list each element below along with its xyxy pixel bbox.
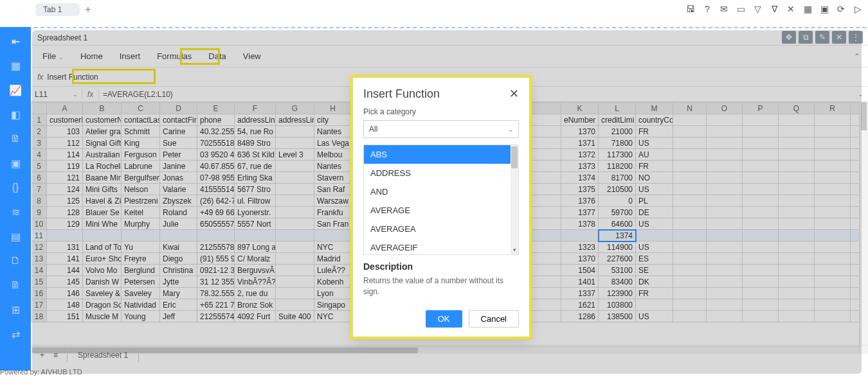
cell[interactable]: Christina bbox=[160, 265, 197, 276]
cell[interactable] bbox=[276, 276, 314, 288]
play-icon[interactable]: ▷ bbox=[853, 4, 863, 14]
rail-widget-icon[interactable]: ◧ bbox=[9, 108, 22, 121]
cell[interactable]: 114900 bbox=[599, 241, 636, 253]
filter-icon[interactable]: ▽ bbox=[752, 4, 763, 14]
cell[interactable] bbox=[779, 253, 815, 265]
funnel-icon[interactable]: ∇ bbox=[769, 4, 779, 14]
cell[interactable] bbox=[707, 218, 743, 230]
category-select[interactable]: All ⌄ bbox=[363, 120, 519, 138]
column-header[interactable]: Q bbox=[779, 103, 815, 114]
cell[interactable]: Volvo Mo bbox=[83, 265, 122, 276]
cell[interactable] bbox=[707, 276, 743, 288]
cell[interactable]: 5677 Stro bbox=[235, 184, 276, 195]
cell[interactable] bbox=[815, 241, 851, 253]
cell[interactable] bbox=[743, 288, 779, 299]
rail-tree-icon[interactable]: ⊞ bbox=[9, 303, 22, 316]
column-header[interactable]: G bbox=[276, 103, 314, 114]
vertical-scrollbar[interactable] bbox=[859, 102, 868, 354]
cell[interactable]: Dragon So bbox=[83, 299, 122, 311]
cell[interactable]: 148 bbox=[47, 299, 83, 311]
cell[interactable]: contactFir bbox=[160, 114, 197, 126]
cell[interactable]: Diego bbox=[160, 253, 197, 265]
settings-icon[interactable]: ✕ bbox=[832, 31, 846, 44]
cell[interactable]: city bbox=[314, 114, 352, 126]
cell[interactable]: 117300 bbox=[599, 149, 636, 161]
cell[interactable] bbox=[779, 288, 815, 299]
cell[interactable]: Blauer Se bbox=[83, 207, 122, 218]
cell[interactable] bbox=[561, 230, 599, 241]
cell[interactable]: 145 bbox=[47, 276, 83, 288]
cell[interactable] bbox=[779, 114, 815, 126]
cell[interactable]: Singapo bbox=[314, 299, 352, 311]
cell[interactable] bbox=[673, 137, 707, 149]
cell[interactable]: 07-98 955 bbox=[197, 172, 235, 184]
cell[interactable] bbox=[673, 288, 707, 299]
cell[interactable]: BerguvsvÃ bbox=[235, 265, 276, 276]
cell[interactable] bbox=[743, 265, 779, 276]
row-header[interactable]: 10 bbox=[32, 218, 47, 230]
cell[interactable] bbox=[673, 172, 707, 184]
cell[interactable] bbox=[743, 149, 779, 161]
menu-file[interactable]: File⌄ bbox=[42, 51, 64, 61]
ok-button[interactable]: OK bbox=[426, 310, 462, 328]
cell[interactable]: 112 bbox=[47, 137, 83, 149]
cell[interactable] bbox=[276, 172, 314, 184]
cell[interactable]: Roland bbox=[160, 207, 197, 218]
cell[interactable]: LuleÃ?? bbox=[314, 265, 352, 276]
cell[interactable] bbox=[276, 253, 314, 265]
rail-page-icon[interactable]: 🗎 bbox=[9, 279, 22, 292]
cell[interactable]: US bbox=[636, 218, 673, 230]
column-header[interactable]: C bbox=[122, 103, 160, 114]
cell[interactable]: 1374 bbox=[599, 230, 636, 241]
cell[interactable]: 40.32.255 bbox=[197, 126, 235, 137]
cell[interactable] bbox=[276, 207, 314, 218]
rail-chart-icon[interactable]: 📈 bbox=[9, 83, 22, 96]
cell[interactable] bbox=[815, 230, 851, 241]
cell[interactable] bbox=[707, 195, 743, 207]
cell[interactable]: 03 9520 4 bbox=[197, 149, 235, 161]
refresh-icon[interactable]: ⟳ bbox=[836, 4, 846, 14]
cell[interactable]: 1323 bbox=[561, 241, 599, 253]
function-list[interactable]: ABSADDRESSANDAVERAGEAVERAGEAAVERAGEIF bbox=[364, 145, 518, 255]
cell[interactable] bbox=[779, 299, 815, 311]
row-header[interactable]: 5 bbox=[32, 161, 47, 172]
cell[interactable] bbox=[779, 265, 815, 276]
cell[interactable] bbox=[779, 195, 815, 207]
menu-insert[interactable]: Insert bbox=[120, 51, 141, 61]
column-header[interactable]: N bbox=[673, 103, 707, 114]
cell[interactable]: 1371 bbox=[561, 137, 599, 149]
cell[interactable]: phone bbox=[197, 114, 235, 126]
cell[interactable] bbox=[673, 265, 707, 276]
cell[interactable]: 67, rue de bbox=[235, 161, 276, 172]
cell[interactable] bbox=[673, 114, 707, 126]
cell[interactable]: PL bbox=[636, 195, 673, 207]
row-header[interactable]: 12 bbox=[32, 241, 47, 253]
cell[interactable]: 1370 bbox=[561, 126, 599, 137]
cell[interactable] bbox=[743, 126, 779, 137]
cell[interactable] bbox=[815, 299, 851, 311]
list-scrollbar[interactable]: ▾ bbox=[511, 145, 518, 254]
cell[interactable]: (26) 642-7 bbox=[197, 195, 235, 207]
function-list-item[interactable]: AND bbox=[364, 182, 518, 201]
cell[interactable]: DK bbox=[636, 276, 673, 288]
rail-doc-icon[interactable]: 🗋 bbox=[9, 254, 22, 267]
function-list-item[interactable]: AVERAGEIF bbox=[364, 238, 518, 255]
cell[interactable] bbox=[673, 311, 707, 322]
column-header[interactable]: L bbox=[599, 103, 636, 114]
help-icon[interactable]: ? bbox=[702, 4, 712, 14]
cell[interactable]: King bbox=[122, 137, 160, 149]
cell[interactable] bbox=[83, 230, 122, 241]
cell[interactable] bbox=[815, 195, 851, 207]
cell[interactable]: Bergulfser bbox=[122, 172, 160, 184]
cell[interactable]: 114 bbox=[47, 149, 83, 161]
cell[interactable]: FR bbox=[636, 161, 673, 172]
cell[interactable] bbox=[673, 126, 707, 137]
cell[interactable] bbox=[815, 137, 851, 149]
cell[interactable]: 124 bbox=[47, 184, 83, 195]
cell[interactable] bbox=[779, 172, 815, 184]
cell[interactable]: Land of To bbox=[83, 241, 122, 253]
cell[interactable] bbox=[743, 172, 779, 184]
cell[interactable]: SE bbox=[636, 265, 673, 276]
cell[interactable]: 54, rue Ro bbox=[235, 126, 276, 137]
cell[interactable] bbox=[276, 241, 314, 253]
